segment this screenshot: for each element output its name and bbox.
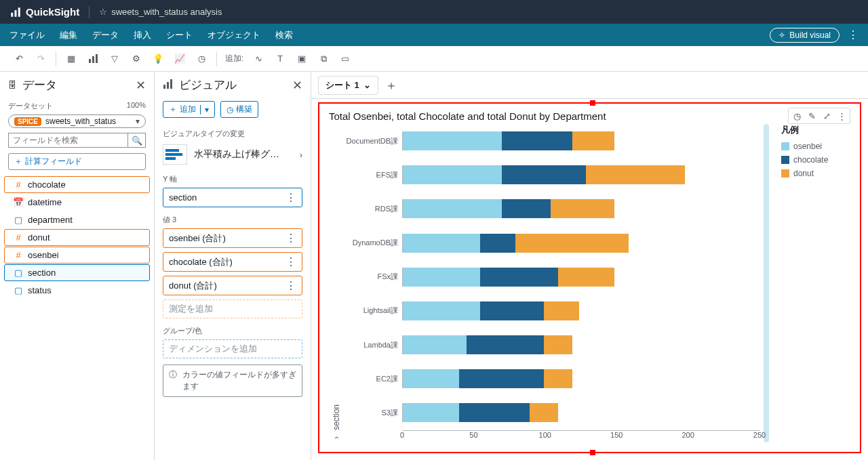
redo-button[interactable]: ↷ <box>31 49 50 68</box>
pencil-icon[interactable]: ✎ <box>805 110 818 122</box>
refresh-icon[interactable]: ◷ <box>790 110 804 122</box>
svg-rect-7 <box>167 82 169 89</box>
info-too-many-colors: ⓘ カラーの値フィールドが多すぎます <box>163 364 302 397</box>
expand-icon[interactable]: ⤢ <box>820 110 833 122</box>
bar-row[interactable]: Lambda課 <box>341 328 755 362</box>
analyse-icon[interactable]: 📈 <box>170 49 189 68</box>
visual-toolbar: ◷ ✎ ⤢ ⋮ <box>788 108 850 124</box>
group-label: グループ/色 <box>155 320 311 337</box>
idea-icon[interactable]: 💡 <box>149 49 167 68</box>
sheet-icon[interactable]: ▦ <box>62 49 81 68</box>
svg-rect-2 <box>18 7 20 17</box>
add-visual-button[interactable]: ＋ 追加 ▾ <box>163 101 215 118</box>
add-sheet-button[interactable]: ＋ <box>385 77 397 93</box>
field-section[interactable]: ▢section <box>4 264 150 281</box>
info-icon: ⓘ <box>169 369 177 392</box>
dataset-label: データセット <box>8 101 53 111</box>
y-axis-label: Y 軸 <box>155 169 311 186</box>
value-well-chocolate[interactable]: chocolate (合計)⋮ <box>163 252 302 272</box>
svg-rect-0 <box>11 12 13 16</box>
field-menu-icon[interactable]: ⋮ <box>285 255 296 268</box>
clock-icon[interactable]: ◷ <box>192 49 211 68</box>
chart-scrollbar[interactable] <box>764 124 769 442</box>
legend: 凡例 osenbeichocolatedonut <box>769 124 850 442</box>
menu-search[interactable]: 検索 <box>275 29 293 41</box>
more-menu-icon[interactable]: ⋮ <box>848 28 859 41</box>
field-donut[interactable]: #donut <box>4 229 150 246</box>
add-iframe-icon[interactable]: ▭ <box>336 49 355 68</box>
visual-card[interactable]: Total Osenbei, total Chocolate and total… <box>318 102 861 453</box>
divider <box>89 6 90 18</box>
field-menu-icon[interactable]: ⋮ <box>285 232 296 245</box>
chart-icon[interactable] <box>83 49 102 68</box>
analysis-title[interactable]: ☆ sweets_with_status analysis <box>99 7 222 17</box>
close-icon[interactable]: ✕ <box>292 78 302 93</box>
search-icon[interactable]: 🔍 <box>127 133 145 147</box>
legend-item-chocolate[interactable]: chocolate <box>781 155 850 165</box>
value-well-osenbei[interactable]: osenbei (合計)⋮ <box>163 228 302 248</box>
y-axis-well[interactable]: section⋮ <box>163 188 302 207</box>
visual-panel: ビジュアル ✕ ＋ 追加 ▾ ◷ 構築 ビジュアルタイプの変更 水平積み上げ棒グ… <box>155 72 311 460</box>
filter-icon[interactable]: ▽ <box>105 49 124 68</box>
sheet-tab[interactable]: シート 1 ⌄ <box>318 76 378 95</box>
undo-button[interactable]: ↶ <box>9 49 28 68</box>
bar-row[interactable]: DocumentDB課 <box>341 124 755 158</box>
field-menu-icon[interactable]: ⋮ <box>285 191 296 204</box>
menu-file[interactable]: ファイル <box>9 29 45 41</box>
chart-type-label: ビジュアルタイプの変更 <box>155 123 311 140</box>
add-image-icon[interactable]: ▣ <box>292 49 311 68</box>
field-status[interactable]: ▢status <box>4 282 150 299</box>
chevron-down-icon: ▾ <box>136 117 140 126</box>
menu-object[interactable]: オブジェクト <box>208 29 260 41</box>
star-icon[interactable]: ☆ <box>99 7 107 17</box>
search-input[interactable] <box>9 133 127 147</box>
hbar-stacked-icon <box>163 144 187 165</box>
bar-row[interactable]: EFS課 <box>341 158 755 192</box>
bar-row[interactable]: FSx課 <box>341 260 755 294</box>
add-line-icon[interactable]: ∿ <box>249 49 268 68</box>
field-menu-icon[interactable]: ⋮ <box>285 279 296 292</box>
svg-rect-8 <box>170 79 172 89</box>
build-visual-button[interactable]: ✧ Build visual <box>770 28 840 43</box>
parameter-icon[interactable]: ⚙ <box>127 49 146 68</box>
data-heading: データ <box>22 77 130 93</box>
svg-rect-4 <box>92 56 94 63</box>
dataset-selector[interactable]: SPICE sweets_with_status ▾ <box>8 114 146 128</box>
sparkle-icon: ✧ <box>778 30 785 40</box>
bar-row[interactable]: DynamoDB課 <box>341 226 755 260</box>
menu-sheet[interactable]: シート <box>166 29 193 41</box>
expand-axis-icon[interactable]: › <box>332 436 341 439</box>
data-icon: 🗄 <box>8 80 17 90</box>
field-osenbei[interactable]: #osenbei <box>4 247 150 264</box>
values-label: 値 3 <box>155 209 311 226</box>
chart-type-selector[interactable]: 水平積み上げ棒グ… › <box>155 140 311 169</box>
menu-insert[interactable]: 挿入 <box>134 29 151 41</box>
build-visual-button[interactable]: ◷ 構築 <box>220 101 258 118</box>
menu-data[interactable]: データ <box>92 29 119 41</box>
chevron-right-icon: › <box>300 150 302 160</box>
bar-row[interactable]: S3課 <box>341 396 755 430</box>
legend-item-donut[interactable]: donut <box>781 169 850 178</box>
field-department[interactable]: ▢department <box>4 211 150 228</box>
menubar: ファイル 編集 データ 挿入 シート オブジェクト 検索 ✧ Build vis… <box>0 24 868 46</box>
chevron-down-icon[interactable]: ⌄ <box>363 80 371 90</box>
add-measure-well[interactable]: 測定を追加 <box>163 299 302 318</box>
bar-row[interactable]: Lightsail課 <box>341 294 755 328</box>
add-label: 追加: <box>225 53 243 64</box>
legend-item-osenbei[interactable]: osenbei <box>781 142 850 151</box>
field-search[interactable]: 🔍 <box>8 133 146 148</box>
field-datetime[interactable]: 📅datetime <box>4 194 150 211</box>
bar-row[interactable]: RDS課 <box>341 192 755 226</box>
add-control-icon[interactable]: ⧉ <box>314 49 333 68</box>
close-icon[interactable]: ✕ <box>136 78 146 93</box>
more-icon[interactable]: ⋮ <box>835 110 848 122</box>
visual-heading: ビジュアル <box>179 77 287 93</box>
add-dimension-well[interactable]: ディメンションを追加 <box>163 339 302 358</box>
chart-title: Total Osenbei, total Chocolate and total… <box>329 110 606 122</box>
calc-field-button[interactable]: ＋ 計算フィールド <box>8 153 146 170</box>
bar-row[interactable]: EC2課 <box>341 362 755 396</box>
field-chocolate[interactable]: #chocolate <box>4 176 150 193</box>
add-text-icon[interactable]: T <box>271 49 290 68</box>
value-well-donut[interactable]: donut (合計)⋮ <box>163 276 302 295</box>
menu-edit[interactable]: 編集 <box>60 29 77 41</box>
